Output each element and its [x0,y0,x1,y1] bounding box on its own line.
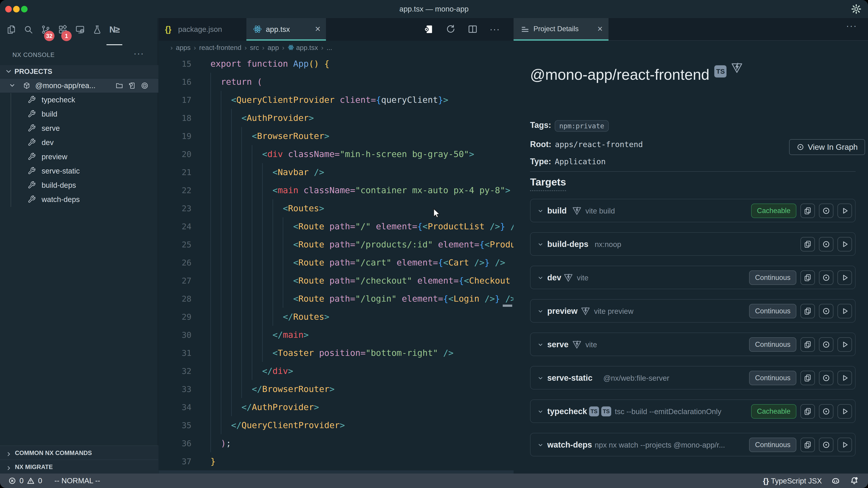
more-actions-icon[interactable]: ··· [490,24,500,34]
sidebar: 32 1 N≥ [0,18,158,474]
chevron-down-icon[interactable] [537,341,544,348]
tree-item-target[interactable]: build-deps [0,178,158,192]
split-editor-icon[interactable] [467,24,478,34]
tab-app-tsx[interactable]: app.tsx × [246,18,326,41]
run-target-button[interactable] [837,404,852,419]
activity-bar-item[interactable] [90,22,105,41]
target-badge: Cacheable [751,404,796,419]
copilot-icon[interactable] [831,476,840,486]
activity-bar-item[interactable] [72,22,88,41]
breadcrumb-item[interactable]: ›... [318,41,332,55]
target-card[interactable]: serve-static @nx/web:file-server Continu… [530,366,856,390]
view-button[interactable] [819,203,833,218]
activity-bar-item[interactable] [4,22,19,41]
view-button[interactable] [819,371,833,385]
activity-bar-item[interactable]: 1 [55,22,70,41]
breadcrumb-item[interactable]: ›src [241,41,259,55]
sidebar-bottom-section[interactable]: COMMON NX COMMANDS [0,446,158,459]
copy-button[interactable] [800,203,815,218]
chevron-down-icon[interactable] [537,308,544,315]
tree-item-target[interactable]: watch-deps [0,192,158,206]
copy-button[interactable] [800,437,815,452]
code-line: 22<main className="container mx-auto px-… [159,181,514,199]
close-panel-tab-icon[interactable]: × [597,18,602,39]
copy-button[interactable] [800,337,815,352]
project-row[interactable]: @mono-app/rea... [0,78,158,93]
root-value: apps/react-frontend [555,140,643,149]
copy-button[interactable] [800,237,815,252]
projects-section-header[interactable]: PROJECTS [0,65,158,78]
chevron-down-icon[interactable] [537,442,544,449]
copy-button[interactable] [800,304,815,318]
editor-tabs: {} package.json app.tsx × ··· [159,18,514,41]
view-button[interactable] [819,437,833,452]
sidebar-more-icon[interactable]: ··· [133,49,144,59]
chevron-down-icon[interactable] [537,375,544,382]
target-card[interactable]: build-deps nx:noop [530,232,856,256]
target-card[interactable]: preview vite preview Continuous [530,299,856,323]
line-number: 34 [159,398,191,416]
run-target-button[interactable] [837,371,852,385]
breadcrumb-item[interactable]: ›app.tsx [279,41,318,55]
warnings-count[interactable]: 0 [38,477,42,485]
close-tab-icon[interactable]: × [315,18,320,40]
run-target-button[interactable] [837,203,852,218]
view-button[interactable] [819,237,833,252]
view-button[interactable] [819,270,833,285]
copy-button[interactable] [800,270,815,285]
tree-item-target[interactable]: serve-static [0,164,158,178]
tree-item-target[interactable]: build [0,107,158,121]
target-card[interactable]: build vite build Cacheable [530,199,856,222]
line-number: 16 [159,73,191,91]
breadcrumb-item[interactable]: ›apps [167,41,191,55]
target-card[interactable]: watch-deps npx nx watch --projects @mono… [530,433,856,456]
tree-item-target[interactable]: preview [0,150,158,164]
view-in-graph-button[interactable]: View In Graph [789,139,865,155]
chevron-down-icon[interactable] [537,274,544,282]
view-button[interactable] [819,304,833,318]
view-button[interactable] [819,337,833,352]
copy-button[interactable] [800,404,815,419]
view-button[interactable] [819,404,833,419]
code-area[interactable]: 15export function App() {16return (17<Qu… [159,55,514,474]
run-target-button[interactable] [837,337,852,352]
language-indicator[interactable]: TypeScript JSX [771,477,822,485]
run-target-button[interactable] [837,270,852,285]
open-folder-icon[interactable] [115,82,123,90]
errors-count[interactable]: 0 [20,477,24,485]
tab-package-json[interactable]: {} package.json [159,18,246,41]
tree-item-target[interactable]: dev [0,135,158,150]
target-card[interactable]: typecheck TSTS tsc --build --emitDeclara… [530,399,856,423]
generate-icon[interactable] [128,82,136,90]
chevron-down-icon[interactable] [537,207,544,215]
project-details-icon[interactable] [423,24,434,34]
panel-more-icon[interactable]: ··· [846,21,857,31]
target-badge: Continuous [749,437,796,452]
breadcrumb-item[interactable]: ›react-frontend [191,41,241,55]
target-card[interactable]: dev vite Continuous [530,266,856,289]
tree-item-target[interactable]: typecheck [0,93,158,107]
notifications-bell-icon[interactable] [849,476,859,486]
code-line: 36); [159,434,514,452]
settings-gear-icon[interactable] [851,4,862,14]
code-line: 19<BrowserRouter> [159,127,514,145]
chevron-down-icon[interactable] [537,408,544,415]
activity-bar-item[interactable] [21,22,36,41]
run-target-button[interactable] [837,304,852,318]
target-icon[interactable] [141,82,149,90]
warnings-icon[interactable] [27,477,35,485]
refresh-icon[interactable] [445,24,456,34]
copy-button[interactable] [800,371,815,385]
chevron-down-icon[interactable] [537,241,544,248]
language-braces-icon: {} [763,477,769,485]
activity-bar-item[interactable]: 32 [38,22,53,41]
sidebar-bottom-section[interactable]: NX MIGRATE [0,459,158,474]
run-target-button[interactable] [837,237,852,252]
target-card[interactable]: serve vite Continuous [530,332,856,356]
run-target-button[interactable] [837,437,852,452]
activity-bar-item[interactable]: N≥ [107,22,122,41]
tab-project-details[interactable]: Project Details × [514,18,609,41]
breadcrumb-item[interactable]: ›app [259,41,279,55]
tree-item-target[interactable]: serve [0,121,158,135]
errors-icon[interactable] [8,477,16,485]
